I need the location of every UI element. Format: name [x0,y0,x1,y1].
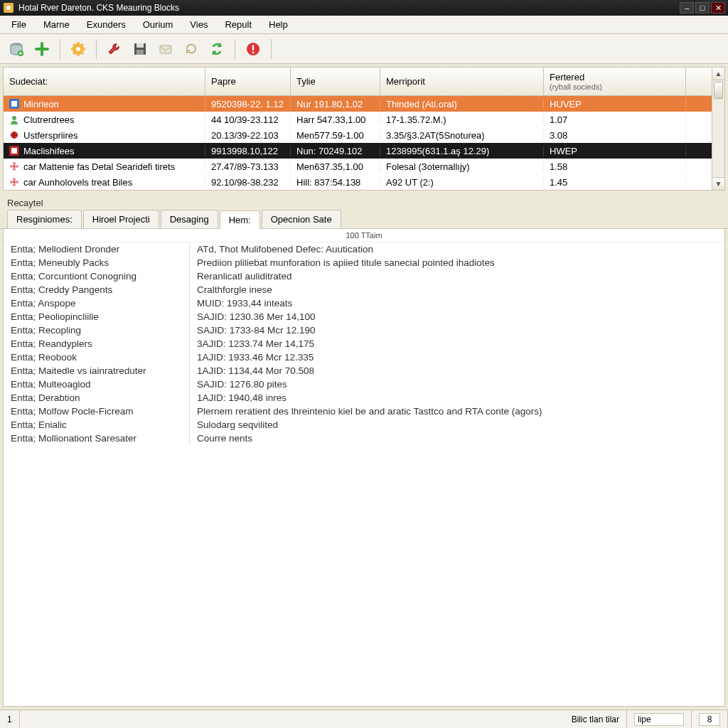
detail-value: SAJID: 1276.80 pites [190,378,724,391]
column-header[interactable]: Sudeciat: [4,68,205,95]
alert-icon[interactable] [242,38,264,60]
status-page-input[interactable] [699,713,720,726]
table-cell: Nun: 70249.102 [291,146,380,156]
tab-4[interactable]: Opecnion Sate [262,210,341,228]
detail-value: Cralthforgle inese [190,283,724,296]
menu-marne[interactable]: Marne [36,17,77,32]
menu-file[interactable]: File [4,17,33,32]
svg-point-28 [16,181,18,183]
table-cell: 3.35/§3.2AT(5Snoturea) [380,130,544,141]
svg-rect-11 [252,45,254,50]
bug-red-icon [9,130,19,140]
tab-0[interactable]: Resginiomes: [7,210,82,228]
window-title: Hotal Rver Dareton. CKS Meauring Blocks [18,3,678,13]
scroll-thumb[interactable] [714,82,723,99]
detail-value: 1AJID: 1933.46 Mcr 12.335 [190,350,724,364]
column-header[interactable]: Merriporit [380,68,544,95]
table-cell: Nur 191.80,1.02 [291,99,380,109]
app-red-icon [9,146,19,156]
table-cell: 1.58 [544,161,686,172]
toolbar-sep [60,39,60,59]
scroll-up-icon[interactable]: ▲ [712,68,724,80]
menu-ourium[interactable]: Ourium [136,17,181,32]
column-header[interactable]: Tylie [291,68,380,95]
column-header[interactable]: Fertered(ryball socieds) [544,68,686,95]
status-input[interactable] [634,713,684,726]
detail-subheader: 100 TTaim [4,229,724,242]
detail-panel: 100 TTaim Entta; Mellodient DronderATd, … [3,229,725,707]
save-icon[interactable] [129,38,151,60]
plus-icon[interactable] [31,38,53,60]
toolbar-sep [235,39,235,59]
app-window: Hotal Rver Dareton. CKS Meauring Blocks … [0,0,728,728]
records-list-body: Minrieon9520398-22. 1.12Nur 191.80,1.02T… [4,96,724,190]
svg-point-22 [10,165,13,168]
detail-value: 1AJID: 1940,48 inres [190,391,724,405]
table-cell: HWEP [544,146,686,156]
menu-vies[interactable]: Vies [183,17,215,32]
svg-point-15 [12,116,16,120]
table-cell: 3.08 [544,130,686,141]
detail-key: Entta; Reandyplers [4,337,190,350]
detail-value: MUID: 1933,44 inteats [190,296,724,310]
table-cell: 1.07 [544,114,686,125]
detail-value: Prediion pliliebat munforation is apiied… [190,256,724,269]
menu-exunders[interactable]: Exunders [80,17,133,32]
column-header[interactable]: Papre [205,68,291,95]
scroll-track[interactable] [712,80,724,177]
gear-icon[interactable] [68,38,89,60]
svg-point-1 [6,6,11,10]
detail-value: Courre nents [190,432,724,445]
table-row[interactable]: car Mattenie fas Detal Searidefi tirets2… [4,159,724,174]
user-green-icon [9,114,19,124]
detail-value: SAJID: 1230.36 Mer 14,100 [190,310,724,323]
detail-key: Entta; Creddy Pangents [4,283,190,296]
menubar: FileMarneExundersOuriumViesRepultHelp [0,16,728,34]
table-row[interactable]: car Aunholovels treat Biles92.10/98-38.2… [4,174,724,190]
table-cell: 20.13/39-22.103 [205,130,291,141]
tab-1[interactable]: Hiroel Projecti [83,210,159,228]
menu-help[interactable]: Help [262,17,295,32]
table-cell: Minrieon [4,99,205,109]
mail-icon[interactable] [155,38,176,60]
detail-key: Entta; Recopling [4,323,190,337]
detail-key: Entta; Peoliopincliilіe [4,310,190,323]
sync-icon[interactable] [206,38,228,60]
records-list-header: Sudeciat:PapreTylieMerriporitFertered(ry… [4,68,724,96]
detail-value: Reranlicatl auliditrated [190,269,724,283]
detail-tabs: Resginiomes:Hiroel ProjectiDesagingHem:O… [0,210,728,229]
svg-point-25 [13,178,16,181]
detail-key: Entta; Anspope [4,296,190,310]
svg-rect-18 [11,148,17,154]
table-cell: car Aunholovels treat Biles [4,177,205,188]
tab-2[interactable]: Desaging [161,210,218,228]
detail-key: Entta; Enialic [4,418,190,432]
database-icon[interactable] [6,38,27,60]
table-row[interactable]: Maclishifees9913998.10,122Nun: 70249.102… [4,143,724,159]
detail-key: Entta; Maitedle vs iainratreduter [4,364,190,378]
detail-key: Entta; Corcuntiont Conogning [4,269,190,283]
refresh-icon[interactable] [181,38,202,60]
list-scrollbar[interactable]: ▲ ▼ [712,68,724,190]
table-cell: Hill: 837:54.138 [291,177,380,188]
scroll-down-icon[interactable]: ▼ [712,177,724,190]
status-page-pane [692,710,728,728]
close-button[interactable]: ✕ [711,2,725,14]
wrench-icon[interactable] [104,38,125,60]
detail-value: 3AJID: 1233.74 Mer 14,175 [190,337,724,350]
table-row[interactable]: Clutrerdrees44 10/39-23.112Harr 547.33,1… [4,112,724,127]
minimize-button[interactable]: – [680,2,694,14]
table-row[interactable]: Ustferspriires20.13/39-22.103Men577.59-1… [4,127,724,143]
svg-point-27 [10,181,13,183]
table-row[interactable]: Minrieon9520398-22. 1.12Nur 191.80,1.02T… [4,96,724,112]
detail-key: Entta; Mellodient Dronder [4,242,190,256]
svg-rect-14 [11,101,17,107]
tab-3[interactable]: Hem: [220,210,260,229]
table-cell: 17-1.35.72.M.) [380,114,544,125]
table-cell: Folesal (Зoternallıjy) [380,161,544,172]
maximize-button[interactable]: □ [695,2,710,14]
detail-key: Entta; Molfow Pocle-Ficream [4,405,190,418]
menu-repult[interactable]: Repult [218,17,259,32]
detail-key: Entta; Derabtion [4,391,190,405]
svg-rect-9 [160,46,171,53]
